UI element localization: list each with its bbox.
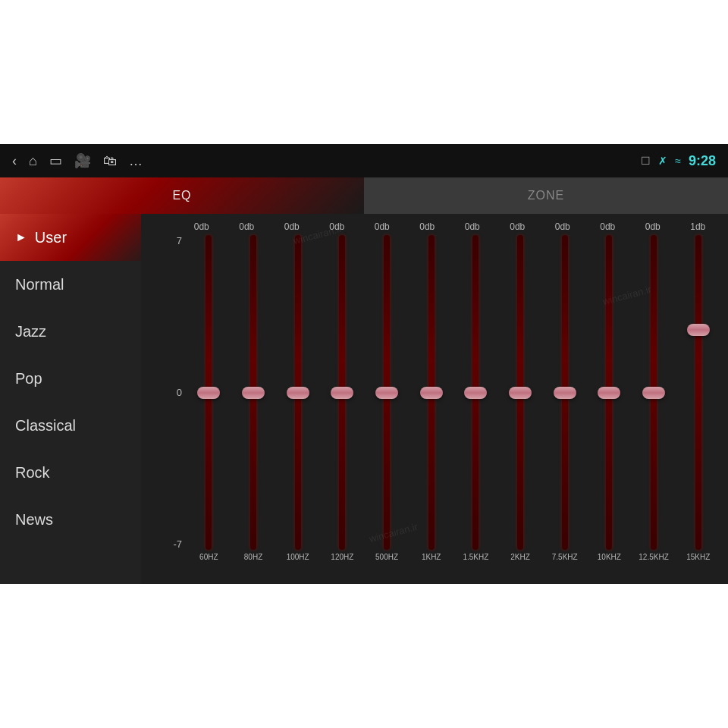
sidebar-label-user: User: [35, 229, 67, 246]
eq-body: 7 0 -7: [164, 235, 720, 550]
sidebar-item-normal[interactable]: Normal: [0, 261, 141, 308]
main-content: ► User Normal Jazz Pop Classical Rock Ne…: [0, 214, 728, 584]
sidebar-item-news[interactable]: News: [0, 496, 141, 543]
slider-track-9[interactable]: [606, 235, 612, 550]
sidebar-label-rock: Rock: [15, 464, 50, 482]
status-indicators: ☐ ✗ ≈ 9:28: [641, 153, 716, 169]
slider-track-0[interactable]: [206, 235, 212, 550]
sidebar-label-pop: Pop: [15, 370, 42, 388]
tab-bar: EQ ZONE: [0, 177, 728, 214]
freq-label-10: 12.5KHZ: [632, 553, 676, 561]
slider-track-2[interactable]: [295, 235, 301, 550]
sidebar-item-user[interactable]: ► User: [0, 214, 141, 261]
camera-icon[interactable]: 🎥: [74, 152, 91, 169]
eq-channel-9: [587, 235, 632, 550]
eq-channel-5: [409, 235, 453, 550]
slider-handle-11[interactable]: [687, 324, 710, 336]
db-label-5: 0db: [405, 221, 450, 232]
slider-track-11[interactable]: [695, 235, 701, 550]
bag-icon[interactable]: 🛍: [103, 153, 117, 169]
eq-area: 0db0db0db0db0db0db0db0db0db0db0db1db 7 0…: [141, 214, 728, 584]
sidebar-item-classical[interactable]: Classical: [0, 402, 141, 449]
eq-channel-0: [187, 235, 231, 550]
home-icon[interactable]: ⌂: [29, 153, 37, 169]
db-label-0: 0db: [179, 221, 224, 232]
slider-track-5[interactable]: [428, 235, 435, 550]
clock: 9:28: [689, 153, 716, 169]
slider-handle-2[interactable]: [287, 387, 309, 399]
freq-label-1: 80HZ: [231, 553, 276, 561]
wifi-icon: ≈: [675, 155, 681, 167]
slider-handle-5[interactable]: [420, 387, 443, 399]
cast-icon: ☐: [641, 155, 651, 167]
slider-handle-4[interactable]: [375, 387, 398, 399]
scale-bot: -7: [173, 538, 182, 550]
eq-channel-1: [231, 235, 276, 550]
db-label-4: 0db: [359, 221, 405, 232]
bluetooth-icon: ✗: [658, 155, 667, 167]
slider-handle-10[interactable]: [642, 387, 665, 399]
slider-track-4[interactable]: [384, 235, 390, 550]
recents-icon[interactable]: ▭: [49, 152, 62, 169]
slider-handle-1[interactable]: [242, 387, 265, 399]
slider-track-10[interactable]: [651, 235, 657, 550]
db-label-3: 0db: [315, 221, 360, 232]
freq-label-6: 1.5KHZ: [453, 553, 498, 561]
eq-scale: 7 0 -7: [164, 235, 187, 550]
freq-label-2: 100HZ: [275, 553, 320, 561]
db-label-7: 0db: [495, 221, 541, 232]
db-label-11: 1db: [676, 221, 721, 232]
scale-top: 7: [177, 235, 182, 246]
eq-db-labels: 0db0db0db0db0db0db0db0db0db0db0db1db: [179, 221, 720, 232]
scale-mid: 0: [177, 387, 182, 398]
freq-label-5: 1KHZ: [409, 553, 453, 561]
back-icon[interactable]: ‹: [12, 153, 17, 169]
play-arrow-icon: ►: [15, 231, 27, 244]
sidebar-label-news: News: [15, 511, 53, 529]
eq-channel-6: [453, 235, 498, 550]
freq-label-4: 500HZ: [365, 553, 410, 561]
eq-channel-2: [275, 235, 320, 550]
sidebar: ► User Normal Jazz Pop Classical Rock Ne…: [0, 214, 141, 584]
db-label-10: 0db: [630, 221, 676, 232]
slider-track-1[interactable]: [250, 235, 256, 550]
tab-zone[interactable]: ZONE: [364, 177, 728, 214]
slider-handle-6[interactable]: [464, 387, 487, 399]
freq-label-11: 15KHZ: [676, 553, 720, 561]
eq-channel-11: [676, 235, 720, 550]
slider-handle-8[interactable]: [554, 387, 576, 399]
freq-label-8: 7.5KHZ: [542, 553, 587, 561]
sidebar-item-jazz[interactable]: Jazz: [0, 308, 141, 355]
slider-track-3[interactable]: [339, 235, 345, 550]
slider-track-6[interactable]: [472, 235, 479, 550]
eq-freq-labels: 60HZ80HZ100HZ120HZ500HZ1KHZ1.5KHZ2KHZ7.5…: [187, 553, 720, 561]
sidebar-item-rock[interactable]: Rock: [0, 449, 141, 496]
freq-label-3: 120HZ: [320, 553, 365, 561]
device-frame: ‹ ⌂ ▭ 🎥 🛍 … ☐ ✗ ≈ 9:28 EQ ZONE ► User No…: [0, 144, 728, 584]
status-bar: ‹ ⌂ ▭ 🎥 🛍 … ☐ ✗ ≈ 9:28: [0, 144, 728, 177]
tab-eq[interactable]: EQ: [0, 177, 364, 214]
sidebar-item-pop[interactable]: Pop: [0, 355, 141, 402]
sidebar-label-jazz: Jazz: [15, 323, 46, 340]
slider-handle-7[interactable]: [509, 387, 532, 399]
sidebar-label-classical: Classical: [15, 417, 76, 435]
db-label-1: 0db: [224, 221, 270, 232]
sidebar-label-normal: Normal: [15, 276, 64, 293]
slider-handle-0[interactable]: [197, 387, 220, 399]
eq-sliders: [187, 235, 720, 550]
nav-icons: ‹ ⌂ ▭ 🎥 🛍 …: [12, 152, 143, 169]
eq-channel-3: [320, 235, 365, 550]
db-label-6: 0db: [450, 221, 495, 232]
db-label-9: 0db: [585, 221, 631, 232]
freq-label-7: 2KHZ: [498, 553, 543, 561]
slider-handle-9[interactable]: [598, 387, 620, 399]
more-icon[interactable]: …: [129, 153, 143, 169]
slider-track-7[interactable]: [517, 235, 523, 550]
freq-label-0: 60HZ: [187, 553, 231, 561]
slider-handle-3[interactable]: [331, 387, 353, 399]
freq-label-9: 10KHZ: [587, 553, 632, 561]
slider-track-8[interactable]: [562, 235, 568, 550]
db-label-2: 0db: [269, 221, 315, 232]
eq-channel-7: [498, 235, 543, 550]
eq-channel-10: [632, 235, 676, 550]
